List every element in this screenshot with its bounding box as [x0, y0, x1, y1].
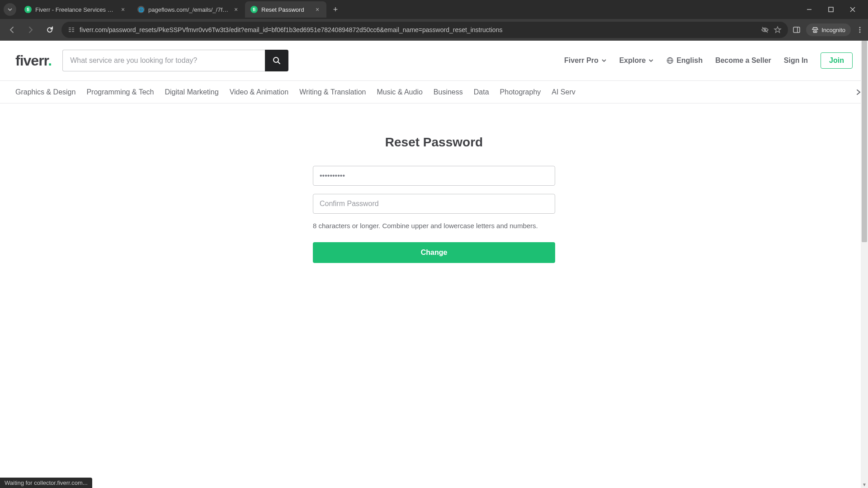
category-link[interactable]: Business: [428, 88, 468, 96]
confirm-password-input[interactable]: [313, 194, 555, 214]
tab-title: Reset Password: [261, 6, 310, 13]
logo-dot-icon: .: [48, 52, 52, 69]
fiverr-pro-link[interactable]: Fiverr Pro: [564, 56, 607, 65]
status-bar: Waiting for collector.fiverr.com...: [0, 478, 92, 488]
scroll-down-icon[interactable]: ▼: [861, 481, 868, 488]
address-bar[interactable]: fiverr.com/password_resets/PkeSSPVfmvr0v…: [61, 22, 788, 38]
close-icon[interactable]: ×: [314, 6, 321, 13]
search-input[interactable]: [62, 50, 265, 71]
close-icon[interactable]: ×: [119, 6, 127, 13]
fiverr-logo[interactable]: fiverr.: [15, 52, 52, 69]
browser-chrome: fi Fiverr - Freelance Services Mar × 🌐 p…: [0, 0, 868, 41]
page-title: Reset Password: [385, 135, 483, 150]
svg-point-12: [859, 29, 861, 31]
side-panel-icon[interactable]: [793, 26, 801, 34]
tab-favicon-icon: fi: [24, 6, 32, 13]
scroll-thumb[interactable]: [862, 41, 867, 242]
category-link[interactable]: Programming & Tech: [81, 88, 159, 96]
password-input[interactable]: [313, 166, 555, 186]
tab-favicon-icon: 🌐: [137, 6, 145, 13]
svg-line-15: [278, 62, 280, 64]
svg-rect-6: [69, 31, 71, 32]
close-window-button[interactable]: [846, 3, 859, 16]
url-text: fiverr.com/password_resets/PkeSSPVfmvr0v…: [80, 26, 756, 33]
minimize-button[interactable]: [803, 3, 816, 16]
incognito-icon: [811, 26, 819, 33]
bookmark-star-icon[interactable]: [774, 26, 782, 34]
maximize-button[interactable]: [825, 3, 837, 16]
sign-in-link[interactable]: Sign In: [784, 56, 808, 65]
site-header: fiverr. Fiverr Pro Explore English Becom…: [0, 41, 868, 81]
svg-rect-4: [69, 29, 71, 30]
svg-point-11: [859, 27, 861, 28]
svg-point-13: [859, 32, 861, 33]
new-tab-button[interactable]: +: [329, 3, 342, 16]
become-seller-link[interactable]: Become a Seller: [715, 56, 771, 65]
category-link[interactable]: Photography: [495, 88, 547, 96]
browser-tab-active[interactable]: fi Reset Password ×: [245, 1, 326, 18]
globe-icon: [666, 57, 674, 64]
svg-rect-1: [829, 7, 833, 12]
window-controls: [803, 3, 864, 16]
search-icon: [273, 56, 281, 65]
reload-button[interactable]: [42, 23, 57, 37]
page-content: fiverr. Fiverr Pro Explore English Becom…: [0, 41, 868, 488]
svg-rect-7: [72, 31, 74, 32]
svg-rect-5: [72, 29, 74, 30]
site-settings-icon[interactable]: [68, 26, 75, 33]
reset-password-form: Reset Password 8 characters or longer. C…: [0, 103, 868, 263]
browser-tab[interactable]: 🌐 pageflows.com/_/emails/_/7fb5 ×: [132, 1, 245, 18]
svg-rect-2: [69, 28, 71, 28]
password-hint: 8 characters or longer. Combine upper an…: [313, 222, 555, 230]
tab-bar: fi Fiverr - Freelance Services Mar × 🌐 p…: [0, 0, 868, 19]
join-button[interactable]: Join: [821, 52, 853, 69]
tab-title: Fiverr - Freelance Services Mar: [35, 6, 116, 13]
category-link[interactable]: Data: [468, 88, 495, 96]
eye-off-icon[interactable]: [761, 26, 769, 34]
browser-toolbar: fiverr.com/password_resets/PkeSSPVfmvr0v…: [0, 19, 868, 41]
header-nav: Fiverr Pro Explore English Become a Sell…: [564, 52, 853, 69]
back-button[interactable]: [5, 23, 19, 37]
incognito-badge[interactable]: Incognito: [806, 23, 851, 36]
explore-link[interactable]: Explore: [619, 56, 654, 65]
category-link[interactable]: Digital Marketing: [160, 88, 224, 96]
forward-button[interactable]: [24, 23, 38, 37]
tab-title: pageflows.com/_/emails/_/7fb5: [148, 6, 229, 13]
category-link[interactable]: Writing & Translation: [294, 88, 371, 96]
change-button[interactable]: Change: [313, 242, 555, 263]
browser-tab[interactable]: fi Fiverr - Freelance Services Mar ×: [19, 1, 132, 18]
language-link[interactable]: English: [666, 56, 703, 65]
chevron-down-icon: [601, 58, 607, 63]
tab-search-dropdown[interactable]: [4, 3, 16, 16]
category-link[interactable]: Video & Animation: [224, 88, 294, 96]
category-link[interactable]: Graphics & Design: [15, 88, 81, 96]
tab-favicon-icon: fi: [250, 6, 258, 13]
svg-rect-9: [793, 27, 800, 33]
close-icon[interactable]: ×: [232, 6, 240, 13]
chevron-down-icon: [648, 58, 654, 63]
category-link[interactable]: AI Serv: [546, 88, 580, 96]
category-link[interactable]: Music & Audio: [371, 88, 428, 96]
browser-menu-icon[interactable]: [856, 26, 863, 33]
category-scroll-right[interactable]: [855, 89, 862, 95]
category-bar: Graphics & Design Programming & Tech Dig…: [0, 81, 868, 103]
search-button[interactable]: [265, 50, 288, 71]
svg-rect-3: [72, 28, 74, 28]
incognito-label: Incognito: [821, 27, 845, 33]
search-wrap: [62, 50, 288, 71]
vertical-scrollbar[interactable]: ▲ ▼: [861, 41, 868, 488]
